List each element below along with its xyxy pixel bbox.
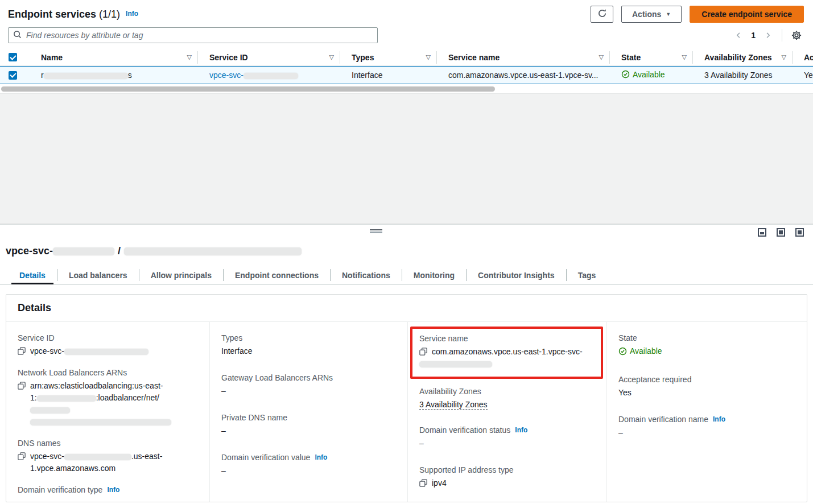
nlb-arn-value: arn:aws:elasticloadbalancing:us-east- 1:… bbox=[30, 380, 198, 428]
row-name-cell: rs bbox=[25, 71, 198, 80]
info-link[interactable]: Info bbox=[107, 486, 119, 494]
search-box bbox=[8, 27, 378, 43]
sort-icon[interactable]: ▽ bbox=[782, 53, 786, 61]
column-header-service-id[interactable]: Service ID ▽ bbox=[198, 51, 340, 64]
actions-button[interactable]: Actions ▼ bbox=[621, 6, 682, 23]
dns-name-value: vpce-svc-.us-east- 1.vpce.amazonaws.com bbox=[30, 451, 162, 474]
row-checkbox[interactable] bbox=[9, 71, 17, 80]
refresh-button[interactable] bbox=[591, 6, 613, 23]
info-link[interactable]: Info bbox=[713, 415, 725, 423]
field-label: Availability Zones bbox=[419, 387, 595, 396]
copy-icon[interactable] bbox=[18, 382, 26, 390]
panel-size-medium-icon[interactable] bbox=[777, 228, 785, 237]
redacted-text bbox=[124, 247, 302, 255]
column-header-name[interactable]: Name ▽ bbox=[25, 51, 198, 64]
tab-endpoint-connections[interactable]: Endpoint connections bbox=[224, 266, 330, 284]
search-input[interactable] bbox=[26, 31, 373, 40]
endpoint-services-list-section: Endpoint services (1/1) Info Actions ▼ C… bbox=[0, 0, 813, 93]
field-domain-verification-type: Domain verification typeInfo – bbox=[18, 485, 198, 502]
field-supported-ip-type: Supported IP address type ipv4 bbox=[419, 465, 595, 489]
page-count: (1/1) bbox=[99, 9, 120, 20]
details-column-2: Types Interface Gateway Load Balancers A… bbox=[209, 322, 407, 502]
column-header-state-label: State bbox=[621, 53, 641, 62]
field-domain-verification-value: Domain verification valueInfo – bbox=[221, 453, 396, 477]
pagination-divider bbox=[782, 29, 782, 42]
tab-tags[interactable]: Tags bbox=[567, 266, 608, 284]
availability-zones-popover-link[interactable]: 3 Availability Zones bbox=[419, 400, 488, 410]
sort-icon[interactable]: ▽ bbox=[682, 53, 687, 61]
field-value-empty: – bbox=[18, 497, 198, 502]
sort-icon[interactable]: ▽ bbox=[187, 53, 192, 61]
column-header-availability-zones[interactable]: Availability Zones ▽ bbox=[693, 51, 793, 64]
tab-load-balancers[interactable]: Load balancers bbox=[57, 266, 139, 284]
create-endpoint-service-label: Create endpoint service bbox=[701, 10, 792, 19]
service-id-link[interactable]: vpce-svc- bbox=[209, 71, 298, 80]
redacted-text bbox=[244, 73, 298, 79]
column-header-acceptance[interactable]: Acceptance required bbox=[793, 51, 813, 64]
tab-allow-principals[interactable]: Allow principals bbox=[139, 266, 223, 284]
availability-zones-popover-link[interactable]: 3 Availability Zones bbox=[704, 71, 773, 80]
panel-resize-handle[interactable] bbox=[370, 229, 382, 233]
page-title: Endpoint services bbox=[8, 9, 96, 20]
redacted-text bbox=[37, 395, 96, 402]
details-column-3: Service name com.amazonaws.vpce.us-east-… bbox=[407, 322, 606, 502]
current-page-number[interactable]: 1 bbox=[748, 31, 759, 40]
info-link[interactable]: Info bbox=[515, 426, 527, 434]
sort-icon[interactable]: ▽ bbox=[329, 53, 334, 61]
details-card: Details Service ID vpce-svc- bbox=[6, 294, 807, 502]
annotation-highlight-box: Service name com.amazonaws.vpce.us-east-… bbox=[410, 327, 603, 379]
sort-icon[interactable]: ▽ bbox=[426, 53, 431, 61]
app-root: Endpoint services (1/1) Info Actions ▼ C… bbox=[0, 0, 813, 504]
field-label: Gateway Load Balancers ARNs bbox=[221, 373, 396, 382]
state-value: Available bbox=[630, 345, 662, 357]
column-header-service-name[interactable]: Service name ▽ bbox=[437, 51, 610, 64]
field-label: Domain verification statusInfo bbox=[419, 425, 595, 435]
field-types: Types Interface bbox=[221, 333, 396, 357]
table-row[interactable]: rs vpce-svc- Interface com.amazonaws.vpc… bbox=[0, 66, 813, 84]
panel-size-small-icon[interactable] bbox=[758, 228, 766, 237]
copy-icon[interactable] bbox=[419, 348, 427, 356]
field-label: Service name bbox=[419, 334, 594, 343]
acceptance-value: Yes bbox=[618, 387, 795, 399]
row-checkbox-cell bbox=[0, 71, 25, 80]
row-state-text: Available bbox=[633, 70, 665, 79]
column-header-acceptance-label: Acceptance required bbox=[804, 53, 813, 62]
panel-tabs: Details Load balancers Allow principals … bbox=[0, 266, 813, 284]
toolbar: Endpoint services (1/1) Info Actions ▼ C… bbox=[0, 0, 813, 23]
tab-contributor-insights[interactable]: Contributor Insights bbox=[467, 266, 566, 284]
column-header-service-id-label: Service ID bbox=[209, 53, 248, 62]
panel-title-separator: / bbox=[118, 245, 121, 257]
info-link[interactable]: Info bbox=[315, 453, 327, 461]
select-all-checkbox-cell bbox=[0, 53, 25, 61]
redacted-text bbox=[44, 73, 128, 79]
select-all-checkbox[interactable] bbox=[9, 53, 17, 61]
title-info-link[interactable]: Info bbox=[126, 10, 138, 18]
row-service-id-cell: vpce-svc- bbox=[198, 71, 340, 80]
row-state-cell: Available bbox=[610, 70, 693, 81]
row-name-text: r bbox=[41, 71, 44, 80]
tab-notifications[interactable]: Notifications bbox=[331, 266, 402, 284]
row-service-name-cell: com.amazonaws.vpce.us-east-1.vpce-sv... bbox=[437, 71, 610, 80]
details-card-header: Details bbox=[6, 295, 807, 322]
details-split-panel: vpce-svc-/ Details Load balancers Allow … bbox=[0, 224, 813, 504]
column-header-state[interactable]: State ▽ bbox=[610, 51, 693, 64]
field-label: State bbox=[618, 333, 795, 342]
panel-title-prefix: vpce-svc- bbox=[6, 245, 53, 257]
tab-details[interactable]: Details bbox=[8, 266, 57, 284]
sort-icon[interactable]: ▽ bbox=[599, 53, 604, 61]
copy-icon[interactable] bbox=[419, 479, 427, 487]
horizontal-scrollbar-thumb[interactable] bbox=[1, 86, 495, 92]
copy-icon[interactable] bbox=[18, 347, 26, 355]
create-endpoint-service-button[interactable]: Create endpoint service bbox=[690, 6, 804, 23]
panel-size-controls bbox=[758, 228, 804, 237]
tab-monitoring[interactable]: Monitoring bbox=[402, 266, 466, 284]
pagination: 1 bbox=[732, 28, 804, 43]
next-page-button[interactable] bbox=[761, 28, 775, 42]
panel-size-full-icon[interactable] bbox=[795, 228, 804, 237]
column-header-types[interactable]: Types ▽ bbox=[340, 51, 437, 64]
gear-icon[interactable] bbox=[789, 28, 804, 43]
copy-icon[interactable] bbox=[18, 452, 26, 460]
column-header-types-label: Types bbox=[352, 53, 374, 62]
previous-page-button[interactable] bbox=[732, 28, 745, 42]
service-id-link-text: vpce-svc- bbox=[209, 71, 244, 80]
